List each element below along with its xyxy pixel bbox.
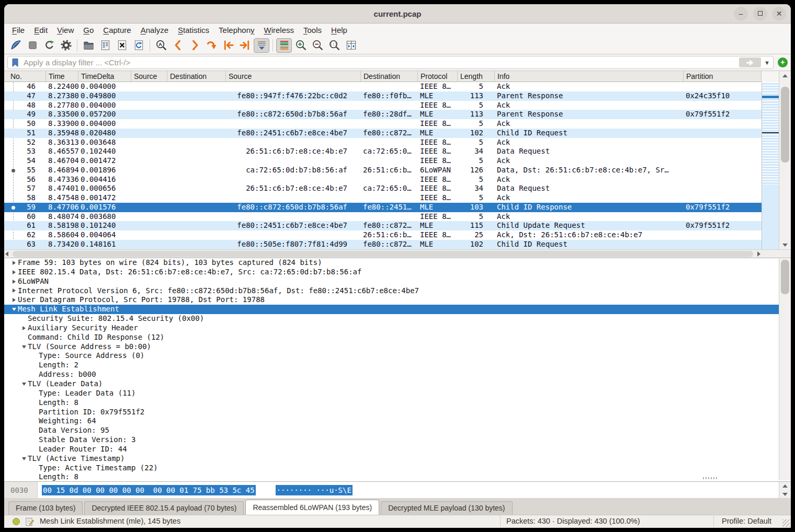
detail-tree-item[interactable]: Mesh Link Establishment bbox=[4, 305, 791, 314]
scroll-up-icon[interactable] bbox=[779, 71, 791, 80]
packet-row-51[interactable]: 518.3594880.020480fe80::2451:c6b7:e8ce:4… bbox=[4, 129, 762, 138]
go-next-packet-button[interactable] bbox=[187, 38, 202, 53]
detail-tree-item[interactable]: Leader Router ID: 44 bbox=[4, 445, 791, 454]
go-first-packet-button[interactable] bbox=[220, 38, 236, 53]
packet-row-53[interactable]: 538.4655760.10244026:51:c6:b7:e8:ce:4b:e… bbox=[4, 147, 762, 156]
splitter-grip[interactable] bbox=[703, 477, 718, 479]
menu-item-statistics[interactable]: Statistics bbox=[173, 26, 214, 34]
packet-row-47[interactable]: 478.2738080.049800fe80::947f:f476:22bc:c… bbox=[4, 91, 762, 101]
zoom-out-button[interactable] bbox=[310, 38, 325, 53]
collapse-arrow-icon[interactable] bbox=[10, 308, 18, 311]
column-header-timedelta-2[interactable]: TimeDelta bbox=[78, 71, 131, 82]
packet-row-61[interactable]: 618.5819840.101240fe80::2451:c6b7:e8ce:4… bbox=[4, 221, 762, 230]
column-header-destination-4[interactable]: Destination bbox=[167, 71, 226, 82]
packet-list-hscrollbar[interactable] bbox=[4, 249, 762, 258]
maximize-button[interactable] bbox=[753, 7, 767, 21]
detail-tree-item[interactable]: Length: 8 bbox=[4, 398, 791, 408]
find-packet-button[interactable]: A bbox=[153, 38, 169, 53]
stop-capture-button[interactable] bbox=[25, 38, 40, 53]
packet-row-49[interactable]: 498.3350080.057200fe80::c872:650d:b7b8:5… bbox=[4, 110, 762, 119]
detail-tree-item[interactable]: Type: Active Timestamp (22) bbox=[4, 464, 791, 473]
resize-columns-button[interactable] bbox=[343, 38, 359, 53]
reload-file-button[interactable] bbox=[131, 38, 146, 53]
zoom-in-button[interactable] bbox=[293, 38, 309, 53]
bytes-scrollbar[interactable] bbox=[779, 482, 791, 498]
scroll-up-icon[interactable] bbox=[779, 481, 791, 490]
packet-row-63[interactable]: 638.7342090.148161fe80::505e:f807:7f81:4… bbox=[4, 240, 762, 249]
column-header-source-3[interactable]: Source bbox=[131, 71, 167, 82]
menu-item-tools[interactable]: Tools bbox=[299, 26, 326, 34]
scroll-down-icon[interactable] bbox=[779, 490, 791, 499]
collapse-arrow-icon[interactable] bbox=[20, 345, 28, 349]
byte-view-tab[interactable]: Decrypted MLE payload (130 bytes) bbox=[381, 501, 512, 515]
menu-item-analyze[interactable]: Analyze bbox=[136, 26, 173, 34]
column-header-no-0[interactable]: No. bbox=[4, 71, 46, 82]
zoom-original-button[interactable]: [:] bbox=[326, 38, 342, 53]
detail-tree-item[interactable]: Frame 59: 103 bytes on wire (824 bits), … bbox=[4, 258, 791, 268]
restart-capture-button[interactable] bbox=[41, 38, 57, 53]
packet-row-46[interactable]: 468.2240080.004000IEEE 8…5Ack bbox=[4, 82, 762, 91]
detail-tree-item[interactable]: Auxiliary Security Header bbox=[4, 323, 791, 333]
expand-arrow-icon[interactable] bbox=[20, 326, 28, 330]
intelligent-scrollbar-minimap[interactable] bbox=[762, 82, 779, 249]
menu-item-edit[interactable]: Edit bbox=[29, 26, 52, 34]
byte-view-tab[interactable]: Frame (103 bytes) bbox=[8, 501, 83, 515]
menu-item-telephony[interactable]: Telephony bbox=[214, 26, 259, 34]
detail-tree-item[interactable]: Stable Data Version: 3 bbox=[4, 435, 791, 445]
column-header-destination-6[interactable]: Destination bbox=[361, 71, 418, 82]
hscrollbar-thumb[interactable] bbox=[13, 251, 753, 257]
detail-tree-item[interactable]: Internet Protocol Version 6, Src: fe80::… bbox=[4, 286, 791, 296]
scrollbar-thumb[interactable] bbox=[781, 260, 789, 294]
title-bar[interactable]: current.pcap – ✕ bbox=[4, 4, 791, 24]
column-header-time-1[interactable]: Time bbox=[46, 71, 78, 82]
expand-arrow-icon[interactable] bbox=[10, 270, 18, 274]
menu-item-help[interactable]: Help bbox=[326, 26, 352, 34]
detail-tree-item[interactable]: TLV (Leader Data) bbox=[4, 379, 791, 389]
detail-tree-item[interactable]: User Datagram Protocol, Src Port: 19788,… bbox=[4, 295, 791, 305]
menu-item-go[interactable]: Go bbox=[78, 26, 98, 34]
menu-item-capture[interactable]: Capture bbox=[98, 26, 135, 34]
packet-row-59[interactable]: 598.4770640.001576fe80::c872:650d:b7b8:5… bbox=[4, 203, 762, 212]
detail-tree-item[interactable]: TLV (Source Address = b0:00) bbox=[4, 342, 791, 352]
byte-view-tab[interactable]: Decrypted IEEE 802.15.4 payload (70 byte… bbox=[84, 501, 244, 515]
go-last-packet-button[interactable] bbox=[237, 38, 253, 53]
expand-arrow-icon[interactable] bbox=[10, 288, 18, 293]
column-header-length-8[interactable]: Length bbox=[458, 71, 495, 82]
go-previous-packet-button[interactable] bbox=[170, 38, 186, 53]
expert-info-icon[interactable] bbox=[13, 518, 20, 525]
column-header-info-9[interactable]: Info bbox=[495, 71, 684, 82]
apply-filter-button[interactable] bbox=[739, 57, 761, 67]
packet-row-50[interactable]: 508.3390080.004000IEEE 8…5Ack bbox=[4, 119, 762, 129]
capture-options-button[interactable] bbox=[58, 38, 74, 53]
scroll-left-icon[interactable] bbox=[5, 251, 8, 257]
go-to-packet-button[interactable] bbox=[203, 38, 219, 53]
scrollbar-thumb[interactable] bbox=[781, 87, 789, 163]
save-file-button[interactable] bbox=[97, 38, 113, 53]
menu-item-file[interactable]: File bbox=[7, 26, 29, 34]
packet-row-55[interactable]: 558.4689440.001896ca:72:65:0d:b7:b8:56:a… bbox=[4, 166, 762, 175]
menu-item-view[interactable]: View bbox=[52, 26, 78, 34]
packet-row-52[interactable]: 528.3631360.003648IEEE 8…5Ack bbox=[4, 138, 762, 147]
hex-ascii-selected[interactable]: ········ ···u·S\E bbox=[276, 485, 353, 495]
colorize-packets-button[interactable] bbox=[276, 38, 292, 53]
auto-scroll-button[interactable] bbox=[254, 38, 269, 53]
capture-comment-icon[interactable] bbox=[25, 517, 34, 526]
detail-tree-item[interactable]: TLV (Active Timestamp) bbox=[4, 454, 791, 464]
collapse-arrow-icon[interactable] bbox=[20, 457, 28, 460]
packet-row-54[interactable]: 548.4670480.001472IEEE 8…5Ack bbox=[4, 156, 762, 166]
column-header-protocol-7[interactable]: Protocol bbox=[418, 71, 458, 82]
expand-arrow-icon[interactable] bbox=[10, 298, 18, 302]
detail-tree-item[interactable]: Security Suite: 802.15.4 Security (0x00) bbox=[4, 314, 791, 323]
details-scrollbar[interactable] bbox=[779, 259, 791, 480]
packet-row-57[interactable]: 578.4740160.00065626:51:c6:b7:e8:ce:4b:e… bbox=[4, 184, 762, 193]
open-file-button[interactable] bbox=[81, 38, 96, 53]
filter-dropdown-caret[interactable]: ▼ bbox=[764, 60, 770, 66]
packet-list-header[interactable]: No.TimeTimeDeltaSourceDestinationSourceD… bbox=[4, 71, 762, 82]
bookmark-icon[interactable] bbox=[10, 57, 20, 68]
close-button[interactable]: ✕ bbox=[772, 7, 786, 21]
detail-tree-item[interactable]: Address: b000 bbox=[4, 370, 791, 379]
packet-row-56[interactable]: 568.4733600.004416IEEE 8…5Ack bbox=[4, 175, 762, 184]
detail-tree-item[interactable]: Length: 8 bbox=[4, 472, 791, 481]
detail-tree-item[interactable]: Command: Child ID Response (12) bbox=[4, 333, 791, 342]
status-profile[interactable]: Profile: Default bbox=[722, 517, 771, 525]
